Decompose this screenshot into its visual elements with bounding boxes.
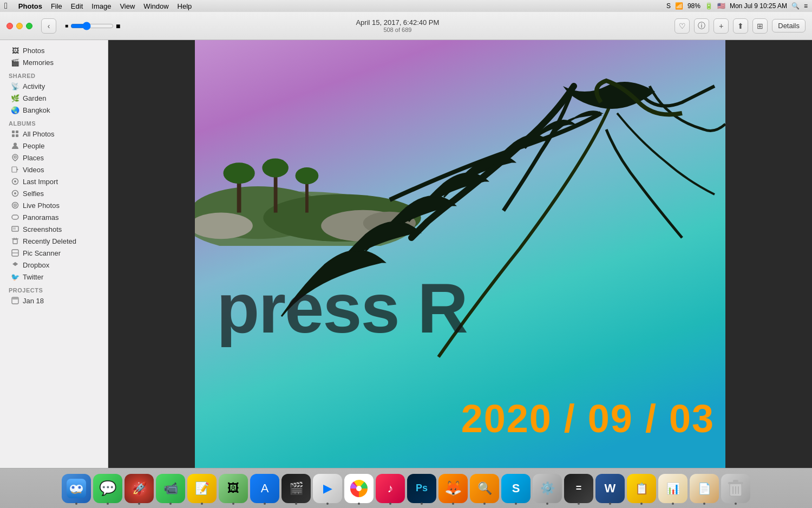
sidebar-item-garden[interactable]: 🌿 Garden: [2, 92, 106, 104]
sidebar-item-pic-scanner[interactable]: Pic Scanner: [2, 247, 106, 259]
dock-item-skype[interactable]: S: [501, 474, 531, 503]
close-button[interactable]: [6, 23, 13, 29]
sidebar-item-all-photos[interactable]: All Photos: [2, 128, 106, 140]
sidebar-item-panoramas[interactable]: Panoramas: [2, 211, 106, 223]
svg-rect-2: [12, 134, 15, 137]
window-controls[interactable]: [6, 23, 32, 29]
dock-item-photos-app[interactable]: 🖼: [219, 474, 248, 503]
sidebar-item-videos[interactable]: Videos: [2, 164, 106, 175]
sidebar-item-jan18[interactable]: Jan 18: [2, 295, 106, 307]
dock-item-launchpad[interactable]: 🚀: [125, 474, 154, 503]
dock-item-trash[interactable]: [721, 474, 750, 503]
zoom-out-icon: ■: [65, 23, 68, 29]
pic-scanner-icon: [11, 249, 19, 257]
all-photos-icon: [11, 129, 19, 138]
sidebar-item-bangkok[interactable]: 🌏 Bangkok: [2, 104, 106, 116]
videos-icon: [11, 165, 19, 174]
details-button[interactable]: Details: [772, 19, 806, 32]
sidebar-item-recently-deleted[interactable]: Recently Deleted: [2, 235, 106, 247]
live-photos-icon: [11, 201, 19, 210]
sidebar-label-panoramas: Panoramas: [23, 213, 58, 222]
wifi-icon: 📶: [675, 2, 683, 10]
sidebar-label-screenshots: Screenshots: [23, 225, 62, 233]
menubar-status-area: S 📶 98% 🔋 🇺🇸 Mon Jul 9 10:25 AM 🔍 ≡: [666, 2, 808, 10]
sidebar-item-twitter[interactable]: 🐦 Twitter: [2, 271, 106, 283]
sidebar-label-videos: Videos: [23, 166, 44, 174]
dock-item-calculator[interactable]: =: [564, 474, 593, 503]
activity-icon: 📡: [11, 82, 19, 90]
memories-icon: 🎬: [11, 58, 19, 67]
bangkok-icon: 🌏: [11, 106, 19, 114]
dock-item-messages[interactable]: 💬: [93, 474, 122, 503]
dock-item-finalcut[interactable]: 🎬: [281, 474, 311, 503]
menubar-image[interactable]: Image: [91, 2, 111, 10]
maximize-button[interactable]: [26, 23, 32, 29]
back-button[interactable]: ‹: [41, 18, 56, 34]
svg-point-5: [14, 156, 16, 158]
dock-item-word[interactable]: W: [595, 474, 625, 503]
trash-icon: [11, 237, 19, 245]
share-button[interactable]: ⬆: [733, 18, 748, 34]
sidebar-item-last-import[interactable]: Last Import: [2, 175, 106, 187]
sidebar-label-twitter: Twitter: [23, 273, 43, 281]
sidebar-item-memories[interactable]: 🎬 Memories: [2, 56, 106, 68]
dock-item-notes[interactable]: 📋: [627, 474, 656, 503]
battery-icon: 🔋: [705, 2, 713, 10]
dock-item-facetime[interactable]: 📹: [156, 474, 185, 503]
menubar-file[interactable]: File: [51, 2, 62, 10]
sidebar-item-people[interactable]: People: [2, 140, 106, 152]
sidebar-label-bangkok: Bangkok: [23, 106, 50, 114]
dock-item-pages[interactable]: 📄: [690, 474, 719, 503]
dock-item-itunes[interactable]: ♪: [376, 474, 405, 503]
notification-icon[interactable]: ≡: [804, 2, 808, 10]
menubar-photos[interactable]: Photos: [18, 2, 42, 10]
apple-menu[interactable]: : [4, 1, 8, 11]
photo-count: 508 of 689: [383, 27, 411, 33]
svg-rect-27: [12, 297, 18, 299]
dropbox-icon: [11, 260, 19, 269]
dock-item-photoshop[interactable]: Ps: [407, 474, 436, 503]
minimize-button[interactable]: [16, 23, 23, 29]
svg-rect-6: [12, 167, 17, 172]
svg-point-11: [14, 192, 16, 194]
menubar-window[interactable]: Window: [143, 2, 168, 10]
menubar:  Photos File Edit Image View Window Hel…: [0, 0, 812, 12]
dock-item-sysprefs[interactable]: ⚙️: [533, 474, 562, 503]
dock-item-firefox[interactable]: 🦊: [438, 474, 468, 503]
dock-item-quicklook[interactable]: 🔍: [470, 474, 499, 503]
dock-item-stickies[interactable]: 📝: [187, 474, 217, 503]
menubar-edit[interactable]: Edit: [71, 2, 83, 10]
add-button[interactable]: +: [713, 18, 729, 34]
sidebar-item-dropbox[interactable]: Dropbox: [2, 259, 106, 271]
jan18-icon: [11, 296, 19, 305]
dock-item-photos-icon[interactable]: [344, 474, 374, 503]
search-icon[interactable]: 🔍: [791, 2, 800, 10]
battery-percent: 98%: [687, 2, 700, 10]
main-layout: 🖼 Photos 🎬 Memories Shared 📡 Activity 🌿 …: [0, 40, 812, 468]
sidebar-item-screenshots[interactable]: Screenshots: [2, 223, 106, 235]
dock-item-quicktime[interactable]: ▶: [313, 474, 342, 503]
sidebar-label-pic-scanner: Pic Scanner: [23, 249, 61, 257]
sidebar-item-live-photos[interactable]: Live Photos: [2, 199, 106, 211]
photo-container: press R 2020 / 09 / 03: [195, 40, 725, 468]
dock-item-finder[interactable]: [62, 474, 91, 503]
sidebar-item-selfies[interactable]: Selfies: [2, 187, 106, 199]
toolbar-center: April 15, 2017, 6:42:40 PM 508 of 689: [125, 18, 671, 33]
zoom-slider[interactable]: [70, 22, 114, 30]
svg-point-4: [14, 143, 17, 146]
dock-item-keynote[interactable]: 📊: [658, 474, 687, 503]
adjust-button[interactable]: ⊞: [752, 18, 768, 34]
photo-background: press R 2020 / 09 / 03: [195, 40, 725, 468]
svg-rect-0: [12, 131, 15, 133]
skype-menubar-icon: S: [666, 2, 671, 10]
sidebar-item-places[interactable]: Places: [2, 152, 106, 164]
svg-rect-15: [12, 215, 18, 219]
menubar-view[interactable]: View: [120, 2, 135, 10]
photo-date: April 15, 2017, 6:42:40 PM: [356, 18, 439, 27]
dock-item-appstore[interactable]: A: [250, 474, 279, 503]
sidebar-item-photos[interactable]: 🖼 Photos: [2, 44, 106, 56]
info-button[interactable]: ⓘ: [694, 18, 709, 34]
sidebar-item-activity[interactable]: 📡 Activity: [2, 80, 106, 92]
menubar-help[interactable]: Help: [178, 2, 192, 10]
favorite-button[interactable]: ♡: [675, 18, 690, 34]
